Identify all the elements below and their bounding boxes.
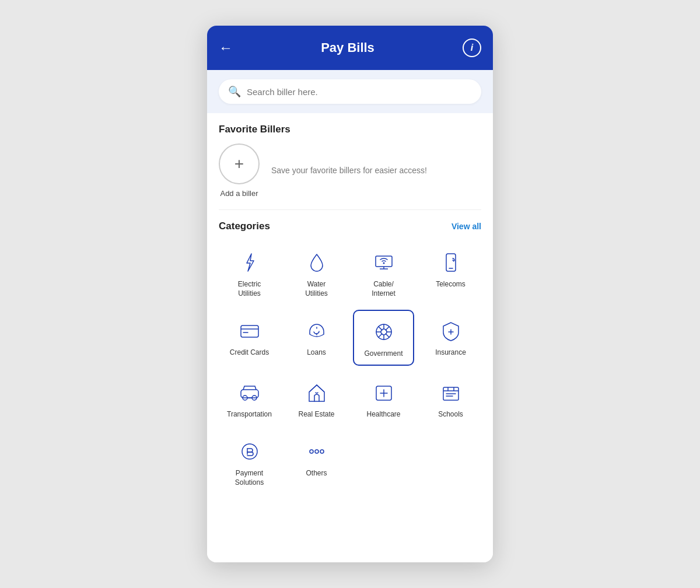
svg-rect-6 xyxy=(241,326,258,337)
realestate-icon xyxy=(304,380,330,405)
svg-point-36 xyxy=(242,444,257,459)
info-button[interactable]: i xyxy=(463,38,481,57)
electric-label: ElectricUtilities xyxy=(238,280,261,298)
view-all-button[interactable]: View all xyxy=(452,222,481,231)
cable-icon xyxy=(371,250,397,275)
categories-title: Categories xyxy=(219,220,270,232)
water-icon xyxy=(304,250,330,275)
category-loans[interactable]: Loans xyxy=(286,310,347,366)
government-label: Government xyxy=(364,349,402,359)
page-title: Pay Bills xyxy=(321,40,374,55)
phone-frame: ← Pay Bills i 🔍 Favorite Billers + Add a… xyxy=(207,26,493,562)
loans-label: Loans xyxy=(307,348,326,358)
search-section: 🔍 xyxy=(207,70,493,113)
header: ← Pay Bills i xyxy=(207,26,493,70)
category-realestate[interactable]: Real Estate xyxy=(286,372,347,425)
telecoms-label: Telecoms xyxy=(436,280,466,289)
electric-icon xyxy=(237,250,262,275)
favorite-billers-hint: Save your favorite billers for easier ac… xyxy=(271,164,427,177)
category-others[interactable]: Others xyxy=(286,430,347,493)
cable-label: Cable/Internet xyxy=(372,280,396,298)
add-biller-icon: + xyxy=(219,144,260,184)
category-telecoms[interactable]: Telecoms xyxy=(420,242,481,304)
category-cable[interactable]: Cable/Internet xyxy=(353,242,414,304)
categories-grid: ElectricUtilities WaterUtilities xyxy=(219,242,481,494)
payment-icon xyxy=(237,439,262,464)
transport-icon xyxy=(237,380,262,405)
category-payment[interactable]: PaymentSolutions xyxy=(219,430,280,493)
search-icon: 🔍 xyxy=(228,85,241,98)
schools-label: Schools xyxy=(438,410,463,419)
transport-label: Transportation xyxy=(227,410,272,419)
category-water[interactable]: WaterUtilities xyxy=(286,242,347,304)
category-credit[interactable]: Credit Cards xyxy=(219,310,280,366)
category-government[interactable]: Government xyxy=(353,310,414,366)
category-healthcare[interactable]: Healthcare xyxy=(353,372,414,425)
svg-point-38 xyxy=(315,450,318,453)
svg-line-17 xyxy=(379,327,382,330)
others-icon xyxy=(304,439,330,464)
insurance-icon xyxy=(438,318,464,344)
category-transport[interactable]: Transportation xyxy=(219,372,280,425)
category-schools[interactable]: Schools xyxy=(420,372,481,425)
category-electric[interactable]: ElectricUtilities xyxy=(219,242,280,304)
svg-point-37 xyxy=(310,450,313,453)
schools-icon xyxy=(438,380,464,405)
svg-point-39 xyxy=(320,450,324,453)
add-biller-button[interactable]: + Add a biller xyxy=(219,144,260,198)
telecoms-icon xyxy=(438,250,464,275)
categories-header: Categories View all xyxy=(219,220,481,232)
svg-line-18 xyxy=(386,334,389,337)
add-biller-label: Add a biller xyxy=(220,189,258,198)
favorite-billers-section: + Add a biller Save your favorite biller… xyxy=(219,144,481,210)
category-insurance[interactable]: Insurance xyxy=(420,310,481,366)
healthcare-label: Healthcare xyxy=(366,410,400,419)
others-label: Others xyxy=(306,469,327,478)
realestate-label: Real Estate xyxy=(298,410,334,419)
water-label: WaterUtilities xyxy=(305,280,328,298)
insurance-label: Insurance xyxy=(435,348,466,358)
credit-icon xyxy=(237,318,262,344)
healthcare-icon xyxy=(371,380,397,405)
svg-line-19 xyxy=(386,327,389,330)
back-button[interactable]: ← xyxy=(219,40,233,56)
svg-rect-0 xyxy=(376,256,392,267)
loans-icon xyxy=(304,318,330,344)
favorite-billers-title: Favorite Billers xyxy=(219,124,481,135)
search-input[interactable] xyxy=(247,87,472,97)
svg-point-3 xyxy=(383,262,384,264)
government-icon xyxy=(371,319,397,345)
svg-line-20 xyxy=(379,334,382,337)
search-bar: 🔍 xyxy=(219,79,481,104)
credit-label: Credit Cards xyxy=(230,348,269,358)
main-content: Favorite Billers + Add a biller Save you… xyxy=(207,113,493,562)
payment-label: PaymentSolutions xyxy=(235,469,264,487)
